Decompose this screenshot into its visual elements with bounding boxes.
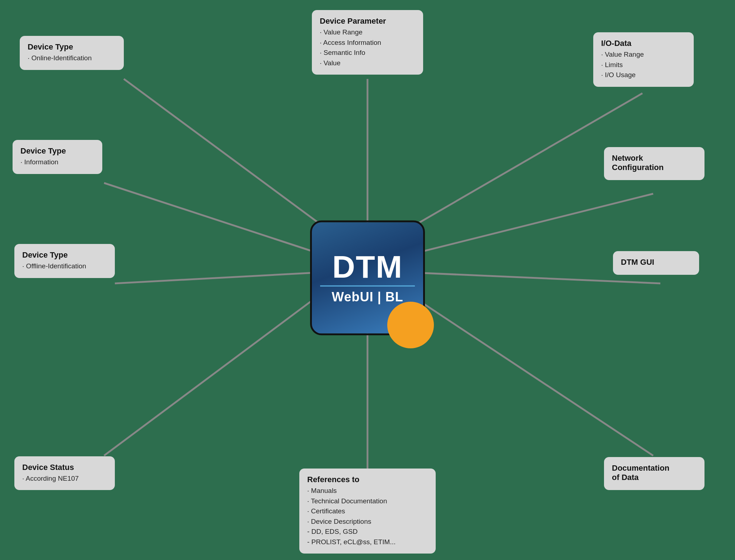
dtm-title: DTM xyxy=(332,251,403,283)
box-dt-info: Device Type · Information xyxy=(13,140,102,174)
diagram-container: DTM WebUI | BL Device Parameter · Value … xyxy=(0,0,735,560)
box-network-title: NetworkConfiguration xyxy=(612,154,697,172)
box-device-param: Device Parameter · Value Range· Access I… xyxy=(312,10,423,75)
box-device-status-items: · According NE107 xyxy=(22,474,107,484)
svg-line-3 xyxy=(104,183,323,255)
dtm-divider xyxy=(320,286,415,287)
box-dt-info-title: Device Type xyxy=(20,146,94,156)
box-dt-online: Device Type · Online-Identification xyxy=(20,36,124,70)
dtm-subtitle: WebUI | BL xyxy=(332,290,403,305)
box-references-items: · Manuals· Technical Documentation· Cert… xyxy=(307,486,428,547)
svg-line-5 xyxy=(115,273,316,283)
box-dtm-gui: DTM GUI xyxy=(613,251,699,275)
box-doc-data: Documentationof Data xyxy=(604,457,704,490)
box-device-status: Device Status · According NE107 xyxy=(14,456,115,490)
box-dt-offline-title: Device Type xyxy=(22,250,107,260)
box-device-status-title: Device Status xyxy=(22,463,107,472)
svg-line-4 xyxy=(409,194,653,255)
svg-line-2 xyxy=(124,79,337,237)
box-dt-offline: Device Type · Offline-Identification xyxy=(14,244,115,278)
box-io-data-title: I/O-Data xyxy=(601,39,686,48)
box-device-param-items: · Value Range· Access Information· Seman… xyxy=(320,27,415,68)
svg-line-8 xyxy=(398,287,653,456)
box-dt-online-items: · Online-Identification xyxy=(28,53,116,63)
box-device-param-title: Device Parameter xyxy=(320,17,415,26)
box-dt-online-title: Device Type xyxy=(28,42,116,52)
box-doc-data-title: Documentationof Data xyxy=(612,463,697,482)
box-references-title: References to xyxy=(307,475,428,484)
orange-circle xyxy=(387,302,434,348)
box-dtm-gui-title: DTM GUI xyxy=(621,258,691,267)
box-network: NetworkConfiguration xyxy=(604,147,704,180)
svg-line-7 xyxy=(104,287,330,456)
box-io-data: I/O-Data · Value Range· Limits· I/O Usag… xyxy=(593,32,694,87)
box-references: References to · Manuals· Technical Docum… xyxy=(299,469,436,554)
box-dt-offline-items: · Offline-Identification xyxy=(22,261,107,272)
box-io-data-items: · Value Range· Limits· I/O Usage xyxy=(601,50,686,80)
box-dt-info-items: · Information xyxy=(20,157,94,168)
